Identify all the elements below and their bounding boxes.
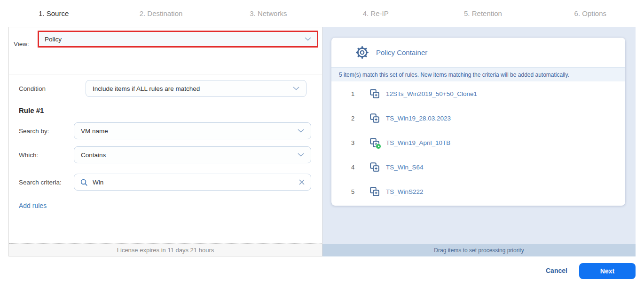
- list-item[interactable]: 2 TS_Win19_28.03.2023: [331, 106, 625, 130]
- tab-retention[interactable]: 5. Retention: [429, 0, 536, 27]
- condition-dropdown-value: Include items if ALL rules are matched: [93, 85, 293, 92]
- item-number: 5: [351, 188, 360, 195]
- policy-container-card: Policy Container 5 item(s) match this se…: [331, 38, 625, 206]
- item-name: TS_Win_S64: [386, 164, 424, 171]
- vm-icon: [370, 113, 379, 123]
- chevron-down-icon: [298, 153, 304, 157]
- running-status-badge: [376, 144, 381, 149]
- search-icon: [80, 178, 88, 186]
- which-dropdown-value: Contains: [81, 152, 298, 159]
- item-name: TS_Win19_April_10TB: [386, 139, 450, 146]
- chevron-down-icon: [298, 129, 304, 133]
- list-item[interactable]: 5 TS_WinS222: [331, 179, 625, 204]
- search-by-label: Search by:: [19, 128, 49, 135]
- which-dropdown[interactable]: Contains: [74, 146, 311, 163]
- item-number: 1: [351, 90, 360, 97]
- policy-panel: Policy Container 5 item(s) match this se…: [322, 27, 636, 256]
- vm-icon: [370, 162, 379, 172]
- view-dropdown[interactable]: Policy: [39, 32, 317, 46]
- list-item[interactable]: 3 TS_Win19_April_10TB: [331, 130, 625, 155]
- which-label: Which:: [19, 152, 38, 159]
- list-item[interactable]: 1 12STs_Win2019_50+50_Clone1: [331, 81, 625, 106]
- item-name: 12STs_Win2019_50+50_Clone1: [386, 90, 477, 97]
- drag-hint-text: Drag items to set processing priority: [434, 247, 524, 254]
- match-info-text: 5 item(s) match this set of rules. New i…: [339, 72, 569, 78]
- tab-source[interactable]: 1. Source: [0, 0, 107, 27]
- chevron-down-icon: [305, 37, 311, 41]
- gear-icon: [356, 46, 369, 59]
- rule-title: Rule #1: [19, 106, 44, 114]
- search-criteria-input[interactable]: [93, 179, 298, 186]
- vm-list: 1 12STs_Win2019_50+50_Clone1 2 TS_Win19_…: [331, 81, 625, 204]
- tab-networks[interactable]: 3. Networks: [215, 0, 322, 27]
- view-dropdown-highlight: Policy: [38, 31, 318, 48]
- item-number: 4: [351, 164, 360, 171]
- search-by-dropdown[interactable]: VM name: [74, 122, 311, 139]
- wizard-steps: 1. Source 2. Destination 3. Networks 4. …: [0, 0, 644, 27]
- tab-reip[interactable]: 4. Re-IP: [322, 0, 429, 27]
- vm-running-icon: [370, 138, 379, 147]
- drag-priority-bar: Drag items to set processing priority: [322, 244, 636, 256]
- item-name: TS_Win19_28.03.2023: [386, 115, 451, 122]
- list-item[interactable]: 4 TS_Win_S64: [331, 155, 625, 179]
- vm-icon: [370, 89, 379, 98]
- add-rules-link[interactable]: Add rules: [19, 202, 47, 209]
- search-criteria-label: Search criteria:: [19, 179, 62, 186]
- policy-container-title: Policy Container: [376, 48, 427, 56]
- license-text: License expires in 11 days 21 hours: [117, 247, 214, 254]
- search-criteria-field: [74, 174, 311, 191]
- cancel-button[interactable]: Cancel: [546, 267, 567, 274]
- license-bar: License expires in 11 days 21 hours: [9, 243, 322, 256]
- tab-options[interactable]: 6. Options: [537, 0, 644, 27]
- condition-dropdown[interactable]: Include items if ALL rules are matched: [86, 80, 306, 97]
- chevron-down-icon: [293, 87, 299, 90]
- view-label: View:: [14, 40, 29, 48]
- item-number: 2: [351, 115, 360, 122]
- item-name: TS_WinS222: [386, 188, 424, 195]
- wizard-screen: 1. Source 2. Destination 3. Networks 4. …: [0, 0, 644, 288]
- tab-destination[interactable]: 2. Destination: [107, 0, 214, 27]
- item-number: 3: [351, 139, 360, 146]
- view-section: View: Policy: [9, 27, 322, 74]
- policy-container-header: Policy Container: [331, 38, 625, 67]
- source-panel: View: Policy Condition Include items if …: [8, 27, 322, 256]
- condition-label: Condition: [19, 85, 46, 92]
- match-info-bar: 5 item(s) match this set of rules. New i…: [331, 67, 625, 81]
- vm-icon: [370, 187, 379, 196]
- search-by-dropdown-value: VM name: [81, 128, 298, 135]
- view-dropdown-value: Policy: [45, 36, 305, 43]
- clear-icon[interactable]: [298, 179, 305, 185]
- next-button[interactable]: Next: [579, 263, 636, 279]
